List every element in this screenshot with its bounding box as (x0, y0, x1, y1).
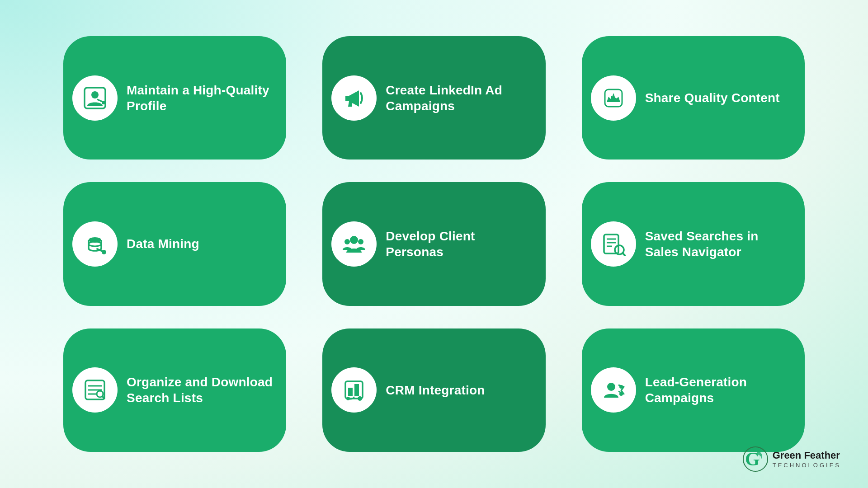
svg-point-12 (358, 239, 363, 244)
svg-point-32 (619, 392, 623, 396)
card-crm-integration: CRM Integration (322, 328, 545, 452)
svg-point-11 (344, 239, 350, 244)
card-lead-generation: Lead-Generation Campaigns (582, 328, 805, 452)
card-client-personas: Develop Client Personas (322, 182, 545, 305)
icon-client-personas (331, 221, 377, 267)
label-client-personas: Develop Client Personas (386, 228, 532, 260)
logo-name: Green Feather (773, 450, 841, 461)
icon-share-quality (591, 75, 636, 121)
label-lead-generation: Lead-Generation Campaigns (645, 374, 791, 406)
icon-lead-generation (591, 367, 636, 413)
logo-icon: G (743, 446, 768, 472)
label-maintain-profile: Maintain a High-Quality Profile (127, 82, 273, 114)
svg-rect-26 (348, 388, 353, 396)
icon-crm-integration (331, 367, 377, 413)
svg-point-28 (358, 396, 362, 401)
label-organize-download: Organize and Download Search Lists (127, 374, 273, 406)
svg-point-3 (102, 101, 105, 104)
cards-grid: Maintain a High-Quality Profile Create L… (0, 0, 868, 488)
card-linkedin-ad: Create LinkedIn Ad Campaigns (322, 36, 545, 160)
svg-line-18 (623, 253, 625, 256)
svg-point-7 (89, 242, 101, 246)
svg-rect-25 (345, 381, 363, 399)
icon-maintain-profile (72, 75, 118, 121)
label-saved-searches: Saved Searches in Sales Navigator (645, 228, 791, 260)
card-data-mining: Data Mining (63, 182, 286, 305)
logo: G Green Feather Technologies (743, 446, 841, 472)
page: Maintain a High-Quality Profile Create L… (0, 0, 868, 488)
icon-data-mining (72, 221, 118, 267)
svg-rect-13 (604, 235, 618, 253)
svg-rect-27 (354, 384, 359, 396)
card-share-quality: Share Quality Content (582, 36, 805, 160)
card-maintain-profile: Maintain a High-Quality Profile (63, 36, 286, 160)
icon-saved-searches (591, 221, 636, 267)
label-share-quality: Share Quality Content (645, 90, 780, 106)
logo-sub: Technologies (773, 462, 841, 469)
svg-point-31 (619, 385, 623, 389)
label-linkedin-ad: Create LinkedIn Ad Campaigns (386, 82, 532, 114)
card-organize-download: Organize and Download Search Lists (63, 328, 286, 452)
card-saved-searches: Saved Searches in Sales Navigator (582, 182, 805, 305)
label-data-mining: Data Mining (127, 236, 199, 252)
svg-point-1 (91, 91, 99, 99)
icon-organize-download (72, 367, 118, 413)
label-crm-integration: CRM Integration (386, 382, 485, 398)
icon-linkedin-ad (331, 75, 377, 121)
logo-text: Green Feather Technologies (773, 450, 841, 468)
svg-point-10 (350, 236, 358, 244)
svg-point-30 (607, 383, 615, 391)
